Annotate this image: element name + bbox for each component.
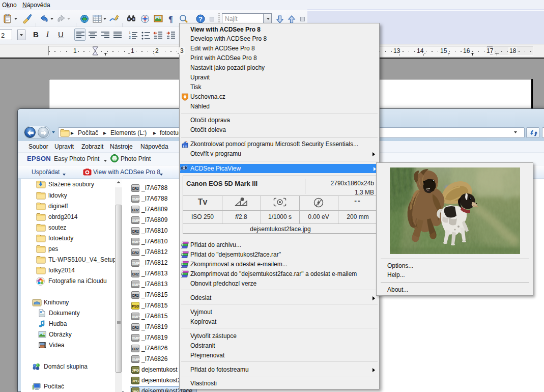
svg-text:1: 1 [129,31,131,35]
svg-text:2: 2 [129,36,131,39]
svg-text:¶: ¶ [168,15,173,23]
svg-text:?: ? [198,15,203,23]
